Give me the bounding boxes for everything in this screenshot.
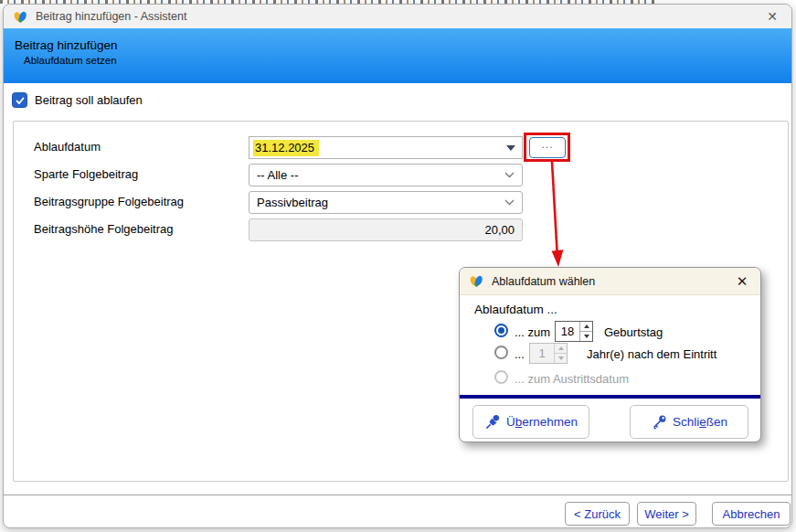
ablaufdatum-label: Ablaufdatum bbox=[34, 140, 101, 154]
beitragshoehe-label: Beitragshöhe Folgebeitrag bbox=[34, 222, 174, 236]
birthday-age-spinner[interactable]: 18 bbox=[555, 321, 593, 342]
spinner-down-icon[interactable] bbox=[580, 331, 592, 341]
beitragsgruppe-label: Beitragsgruppe Folgebeitrag bbox=[34, 195, 184, 208]
close-button[interactable]: Schließen bbox=[630, 405, 748, 439]
chevron-down-icon bbox=[504, 172, 515, 178]
birthday-age-value: 18 bbox=[556, 322, 579, 341]
years-spinner: 1 bbox=[529, 343, 568, 364]
chevron-down-icon bbox=[504, 199, 515, 206]
radio-birthday-suffix: Geburtstag bbox=[604, 325, 663, 339]
wizard-step-subtitle: Ablaufdatum setzen bbox=[24, 55, 117, 66]
years-value: 1 bbox=[530, 344, 554, 363]
cancel-button[interactable]: Abbrechen bbox=[712, 502, 791, 526]
radio-exit-label: ... zum Austrittsdatum bbox=[515, 372, 629, 386]
window-close-icon[interactable]: ✕ bbox=[762, 9, 782, 24]
popup-title: Ablaufdatum wählen bbox=[492, 275, 595, 288]
key-icon bbox=[651, 413, 668, 431]
expire-checkbox[interactable] bbox=[12, 92, 27, 108]
radio-years-suffix: Jahr(e) nach dem Eintritt bbox=[587, 347, 716, 361]
wizard-header-banner: Beitrag hinzufügen Ablaufdatum setzen bbox=[4, 28, 791, 83]
beitragsgruppe-select[interactable]: Passivbeitrag bbox=[249, 191, 523, 214]
wizard-window: Beitrag hinzufügen - Assistent ✕ Beitrag… bbox=[3, 4, 792, 528]
ablaufdatum-popup-dialog: Ablaufdatum wählen ✕ Ablaufdatum ... ...… bbox=[459, 267, 761, 442]
radio-years-after-entry[interactable] bbox=[494, 346, 508, 359]
apply-button[interactable]: Übernehmen bbox=[472, 405, 589, 439]
wizard-titlebar: Beitrag hinzufügen - Assistent ✕ bbox=[4, 5, 791, 28]
ablaufdatum-value-highlighted[interactable]: 31.12.2025 bbox=[253, 140, 319, 156]
sparte-label: Sparte Folgebeitrag bbox=[34, 167, 138, 181]
spinner-down-icon bbox=[555, 353, 567, 363]
spinner-up-icon[interactable] bbox=[580, 322, 592, 331]
popup-divider bbox=[460, 395, 760, 399]
expire-checkbox-label: Beitrag soll ablaufen bbox=[35, 93, 143, 107]
radio-birthday[interactable] bbox=[494, 324, 508, 337]
apply-button-label: Übernehmen bbox=[506, 415, 578, 429]
footer-separator bbox=[4, 495, 791, 495]
next-button[interactable]: Weiter > bbox=[637, 502, 696, 526]
radio-years-prefix: ... bbox=[515, 347, 525, 361]
app-logo-icon bbox=[469, 273, 484, 289]
expire-checkbox-row[interactable]: Beitrag soll ablaufen bbox=[12, 92, 143, 108]
pushpin-icon bbox=[484, 413, 502, 431]
radio-exit-date bbox=[494, 370, 508, 384]
close-button-label: Schließen bbox=[673, 415, 727, 429]
beitragsgruppe-value: Passivbeitrag bbox=[257, 196, 328, 209]
app-logo-icon bbox=[13, 9, 28, 25]
window-title: Beitrag hinzufügen - Assistent bbox=[36, 10, 186, 23]
wizard-step-title: Beitrag hinzufügen bbox=[15, 38, 118, 52]
screen: Beitrag hinzufügen - Assistent ✕ Beitrag… bbox=[0, 0, 796, 532]
radio-birthday-prefix: ... zum bbox=[515, 325, 550, 339]
beitragshoehe-value: 20,00 bbox=[484, 223, 515, 237]
ablaufdatum-browse-button[interactable]: ... bbox=[529, 137, 566, 158]
ablaufdatum-dropdown-button[interactable] bbox=[500, 137, 522, 158]
spinner-up-icon bbox=[555, 344, 567, 353]
sparte-select[interactable]: -- Alle -- bbox=[249, 164, 523, 186]
popup-close-icon[interactable]: ✕ bbox=[733, 273, 751, 290]
ablaufdatum-combo[interactable]: 31.12.2025 bbox=[249, 136, 523, 159]
check-icon bbox=[15, 95, 26, 106]
dropdown-triangle-icon bbox=[506, 145, 515, 151]
beitragshoehe-readonly-field: 20,00 bbox=[249, 218, 523, 241]
back-button[interactable]: < Zurück bbox=[565, 502, 630, 526]
sparte-value: -- Alle -- bbox=[257, 168, 299, 182]
popup-heading: Ablaufdatum ... bbox=[474, 303, 557, 316]
popup-titlebar: Ablaufdatum wählen ✕ bbox=[460, 268, 760, 295]
